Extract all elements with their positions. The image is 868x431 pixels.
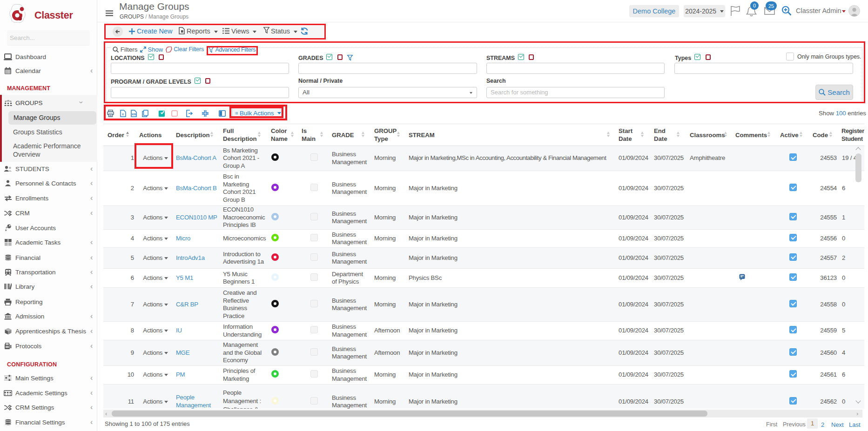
svg-text:xm: xm	[132, 113, 136, 116]
svg-text:x: x	[122, 113, 124, 116]
